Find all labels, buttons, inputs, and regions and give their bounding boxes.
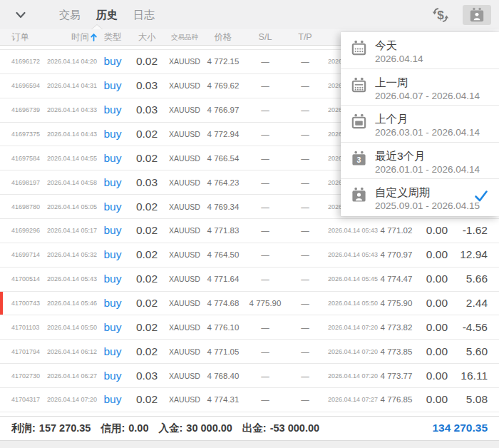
close-time: 2026.04.14 07:20 bbox=[322, 372, 376, 380]
open-price: 4 768.40 bbox=[204, 372, 242, 380]
period-date-range: 2026.03.01 - 2026.04.14 bbox=[375, 126, 480, 138]
volume: 0.02 bbox=[128, 152, 165, 165]
collapse-button[interactable] bbox=[9, 3, 33, 27]
profit: 5.08 bbox=[452, 393, 493, 406]
tab-journal[interactable]: 日志 bbox=[125, 0, 163, 29]
chevron-down-icon bbox=[14, 9, 27, 21]
symbol: XAUUSD bbox=[165, 347, 204, 356]
credit-label: 信用: bbox=[101, 422, 125, 435]
take-profit: — bbox=[288, 395, 322, 404]
period-date-range: 2025.09.01 - 2026.04.15 bbox=[375, 200, 480, 212]
order-type: buy bbox=[97, 393, 128, 406]
take-profit: — bbox=[288, 226, 322, 235]
stop-loss: — bbox=[242, 130, 288, 138]
open-price: 4 771.05 bbox=[204, 347, 242, 356]
column-header-time[interactable]: 时间 bbox=[43, 31, 97, 44]
volume: 0.02 bbox=[128, 55, 165, 68]
period-menu-item[interactable]: 3 上一周 2026.04.07 - 2026.04.14 bbox=[341, 69, 499, 106]
close-time: 2026.04.14 05:45 bbox=[322, 275, 376, 282]
order-type: buy bbox=[97, 345, 128, 358]
table-row[interactable]: 41699296 2026.04.14 05:17 buy 0.02 XAUUS… bbox=[0, 219, 499, 243]
profit: 5.66 bbox=[452, 273, 493, 285]
close-time: 2026.04.14 07:27 bbox=[322, 396, 376, 403]
order-id: 41696172 bbox=[11, 58, 43, 65]
volume: 0.02 bbox=[128, 321, 165, 334]
close-time: 2026.04.14 05:43 bbox=[322, 227, 376, 234]
calendar-custom-period-icon bbox=[469, 7, 485, 23]
deposit-label: 入金: bbox=[159, 422, 183, 435]
take-profit: — bbox=[288, 57, 322, 66]
column-header-symbol[interactable]: 交易品种 bbox=[165, 33, 204, 42]
column-header-size[interactable]: 大小 bbox=[128, 31, 165, 44]
open-price: 4 766.97 bbox=[204, 106, 242, 114]
column-header-order[interactable]: 订单 bbox=[11, 31, 43, 44]
take-profit: — bbox=[288, 372, 322, 380]
stop-loss: — bbox=[242, 323, 288, 332]
withdrawal-label: 出金: bbox=[242, 422, 267, 435]
volume: 0.02 bbox=[128, 200, 165, 213]
open-time: 2026.04.14 05:46 bbox=[43, 300, 97, 307]
tab-trade[interactable]: 交易 bbox=[51, 0, 88, 29]
commission: 0.00 bbox=[416, 248, 452, 261]
volume: 0.02 bbox=[128, 273, 165, 285]
column-header-type[interactable]: 类型 bbox=[97, 31, 128, 44]
funds-transfer-button[interactable]: $ bbox=[428, 3, 453, 27]
period-menu-item[interactable]: 3 自定义周期 2025.09.01 - 2026.04.15 bbox=[341, 179, 499, 216]
dollar-exchange-icon: $ bbox=[431, 6, 450, 24]
column-header-tp[interactable]: T/P bbox=[288, 32, 322, 42]
period-date-range: 2026.04.07 - 2026.04.14 bbox=[375, 90, 480, 102]
volume: 0.02 bbox=[128, 393, 165, 406]
order-type: buy bbox=[97, 128, 128, 141]
commission: 0.00 bbox=[416, 345, 452, 358]
symbol: XAUUSD bbox=[165, 203, 204, 211]
order-type: buy bbox=[97, 248, 128, 261]
open-time: 2026.04.14 07:20 bbox=[43, 396, 97, 403]
volume: 0.02 bbox=[128, 248, 165, 261]
period-dropdown-menu: 3 今天 2026.04.14 bbox=[341, 32, 499, 216]
check-icon bbox=[473, 188, 489, 204]
period-menu-item[interactable]: 3 今天 2026.04.14 bbox=[341, 32, 499, 69]
table-row[interactable]: 41704317 2026.04.14 07:20 buy 0.02 XAUUS… bbox=[0, 388, 499, 412]
take-profit: — bbox=[288, 106, 322, 114]
stop-loss: — bbox=[242, 347, 288, 356]
volume: 0.03 bbox=[128, 370, 165, 382]
calendar-today-icon bbox=[351, 40, 367, 56]
period-menu-item[interactable]: 3 最近3个月 2026.01.01 - 2026.04.14 bbox=[341, 143, 499, 180]
bottom-strip bbox=[0, 440, 499, 448]
stop-loss: — bbox=[242, 57, 288, 66]
open-price: 4 769.62 bbox=[204, 81, 242, 90]
take-profit: — bbox=[288, 275, 322, 283]
order-type: buy bbox=[97, 224, 128, 237]
table-row[interactable]: 41700514 2026.04.14 05:43 buy 0.02 XAUUS… bbox=[0, 268, 499, 292]
order-id: 41702730 bbox=[11, 372, 43, 380]
open-time: 2026.04.14 04:31 bbox=[43, 82, 97, 89]
open-price: 4 776.10 bbox=[204, 323, 242, 332]
profit-label: 利润: bbox=[11, 422, 36, 435]
take-profit: — bbox=[288, 250, 322, 259]
close-price: 4 773.77 bbox=[376, 372, 416, 380]
column-header-price[interactable]: 价格 bbox=[204, 31, 242, 44]
period-date-range: 2026.04.14 bbox=[375, 53, 423, 65]
table-row[interactable]: 41701103 2026.04.14 05:50 buy 0.02 XAUUS… bbox=[0, 315, 499, 340]
close-time: 2026.04.14 07:20 bbox=[322, 348, 376, 355]
take-profit: — bbox=[288, 347, 322, 356]
close-time: 2026.04.14 05:50 bbox=[322, 300, 376, 307]
order-id: 41704317 bbox=[11, 396, 43, 403]
symbol: XAUUSD bbox=[165, 275, 204, 283]
symbol: XAUUSD bbox=[165, 154, 204, 163]
open-price: 4 771.83 bbox=[204, 226, 242, 235]
open-price: 4 764.23 bbox=[204, 178, 242, 187]
table-row[interactable]: 41701794 2026.04.14 06:12 buy 0.02 XAUUS… bbox=[0, 340, 499, 364]
history-period-button[interactable] bbox=[463, 5, 491, 25]
table-row[interactable]: 41699714 2026.04.14 05:32 buy 0.02 XAUUS… bbox=[0, 243, 499, 268]
period-menu-item[interactable]: 3 上个月 2026.03.01 - 2026.04.14 bbox=[341, 106, 499, 143]
table-row[interactable]: 41700743 2026.04.14 05:46 buy 0.02 XAUUS… bbox=[0, 292, 499, 316]
order-type: buy bbox=[97, 103, 128, 116]
close-price: 4 774.47 bbox=[376, 275, 416, 283]
order-id: 41697375 bbox=[11, 131, 43, 138]
column-header-sl[interactable]: S/L bbox=[242, 32, 288, 42]
order-id: 41698780 bbox=[11, 203, 43, 210]
table-row[interactable]: 41702730 2026.04.14 06:27 buy 0.03 XAUUS… bbox=[0, 364, 499, 388]
symbol: XAUUSD bbox=[165, 226, 204, 235]
take-profit: — bbox=[288, 178, 322, 187]
